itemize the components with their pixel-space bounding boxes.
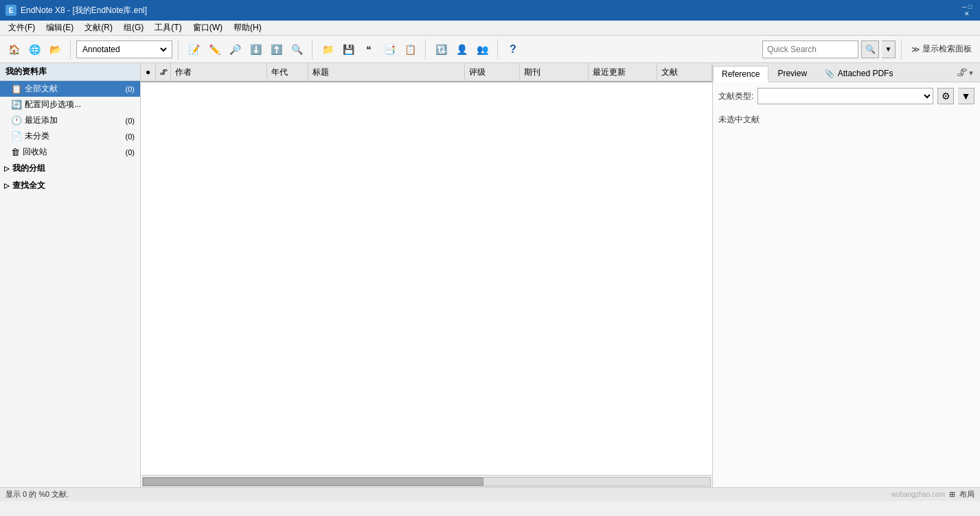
menu-file[interactable]: 文件(F) bbox=[3, 21, 41, 35]
tab-attached-pdfs[interactable]: 📎 Attached PDFs bbox=[816, 65, 902, 82]
col-journal-label: 期刊 bbox=[524, 67, 540, 78]
toolbar-btn-find[interactable]: 🔍 bbox=[287, 40, 306, 59]
search-execute-button[interactable]: 🔍 bbox=[861, 40, 879, 58]
unfiled-icon: 📄 bbox=[11, 131, 22, 141]
toolbar-btn-help[interactable]: ? bbox=[503, 40, 523, 59]
toolbar-btn-download[interactable]: ⬇️ bbox=[246, 40, 265, 59]
quick-search-box bbox=[762, 40, 858, 58]
toolbar-file-group: 📁 💾 ❝ 📑 📋 bbox=[318, 40, 420, 59]
tab-preview[interactable]: Preview bbox=[768, 65, 816, 82]
menu-references[interactable]: 文献(R) bbox=[79, 21, 118, 35]
menu-groups[interactable]: 组(G) bbox=[118, 21, 149, 35]
sidebar-count-trash: (0) bbox=[126, 148, 135, 156]
sidebar-section-mygroups-label: 我的分组 bbox=[12, 163, 45, 174]
col-header-author[interactable]: 作者 bbox=[171, 63, 267, 81]
table-scroll-area bbox=[141, 475, 712, 487]
toolbar-btn-open[interactable]: 📁 bbox=[318, 40, 337, 59]
tab-reference-label: Reference bbox=[722, 69, 760, 79]
table-body bbox=[141, 82, 712, 475]
ref-type-select[interactable] bbox=[757, 88, 933, 104]
toolbar-btn-upload[interactable]: ⬆️ bbox=[266, 40, 286, 59]
col-header-journal[interactable]: 期刊 bbox=[520, 63, 589, 81]
sidebar-count-all: (0) bbox=[126, 85, 135, 93]
toolbar-btn-sync[interactable]: 🔃 bbox=[431, 40, 451, 59]
toolbar-btn-format2[interactable]: 📋 bbox=[400, 40, 420, 59]
toolbar-btn-home[interactable]: 🏠 bbox=[4, 40, 23, 59]
toolbar-btn-format[interactable]: 📑 bbox=[380, 40, 399, 59]
panel-tab-extra: 🖇 ▼ bbox=[951, 64, 980, 82]
col-header-title[interactable]: 标题 bbox=[308, 63, 465, 81]
ref-type-gear-button[interactable]: ⚙ bbox=[937, 88, 954, 104]
toolbar-btn-new-ref[interactable]: 📝 bbox=[184, 40, 203, 59]
col-header-rating[interactable]: 评级 bbox=[465, 63, 520, 81]
sidebar-item-sync[interactable]: 🔄 配置同步选项... bbox=[0, 97, 140, 113]
group-select[interactable]: Annotated bbox=[80, 44, 169, 55]
sidebar-label-all: 全部文献 bbox=[25, 83, 58, 95]
sidebar-count-recent: (0) bbox=[126, 117, 135, 125]
sidebar-item-all[interactable]: 📋 全部文献 (0) bbox=[0, 81, 140, 97]
ref-type-label: 文献类型: bbox=[718, 91, 753, 102]
col-author-label: 作者 bbox=[175, 67, 192, 78]
toolbar-sync-group: 🔃 👤 👥 bbox=[431, 40, 492, 59]
col-header-attach[interactable]: 🖇 bbox=[156, 63, 171, 81]
search-dropdown-button[interactable]: ▼ bbox=[882, 40, 896, 58]
sidebar-label-recent: 最近添加 bbox=[25, 115, 58, 126]
sidebar-item-unfiled[interactable]: 📄 未分类 (0) bbox=[0, 128, 140, 144]
col-header-year[interactable]: 年代 bbox=[267, 63, 308, 81]
tab-reference[interactable]: Reference bbox=[713, 66, 768, 82]
sidebar-section-findtext[interactable]: ▷ 查找全文 bbox=[0, 177, 140, 194]
ref-type-dropdown-button[interactable]: ▼ bbox=[958, 88, 975, 104]
sidebar-section-mygroups[interactable]: ▷ 我的分组 bbox=[0, 160, 140, 177]
toolbar-btn-save[interactable]: 💾 bbox=[339, 40, 358, 59]
menu-help[interactable]: 帮助(H) bbox=[228, 21, 267, 35]
menu-edit[interactable]: 编辑(E) bbox=[41, 21, 79, 35]
table-hscrollbar-thumb[interactable] bbox=[143, 478, 483, 486]
right-panel-content: 文献类型: ⚙ ▼ 未选中文献 bbox=[713, 82, 980, 487]
menu-tools[interactable]: 工具(T) bbox=[149, 21, 187, 35]
toolbar-library-group: 🏠 🌐 📂 bbox=[4, 40, 65, 59]
toolbar-btn-add-user[interactable]: 👤 bbox=[452, 40, 471, 59]
sidebar: 我的资料库 📋 全部文献 (0) 🔄 配置同步选项... 🕐 最近添加 (0) … bbox=[0, 63, 141, 487]
title-bar-controls: ─ □ ✕ bbox=[959, 3, 975, 17]
attached-pdfs-icon: 📎 bbox=[825, 69, 834, 78]
findtext-expand-icon: ▷ bbox=[4, 182, 10, 189]
toolbar-btn-edit-ref[interactable]: ✏️ bbox=[205, 40, 224, 59]
toolbar-btn-web[interactable]: 🌐 bbox=[25, 40, 44, 59]
toolbar-sep-5 bbox=[497, 40, 498, 59]
toolbar-btn-search-online[interactable]: 🔎 bbox=[225, 40, 244, 59]
col-lastupdate-label: 最近更新 bbox=[593, 67, 626, 78]
recent-icon: 🕐 bbox=[11, 115, 22, 126]
ref-type-row: 文献类型: ⚙ ▼ bbox=[718, 88, 975, 104]
layout-icon[interactable]: ⊞ bbox=[949, 490, 955, 499]
toolbar-btn-share[interactable]: 👥 bbox=[472, 40, 492, 59]
main-area: 我的资料库 📋 全部文献 (0) 🔄 配置同步选项... 🕐 最近添加 (0) … bbox=[0, 63, 980, 487]
sidebar-label-sync: 配置同步选项... bbox=[25, 99, 81, 110]
table-area: ● 🖇 作者 年代 标题 评级 期刊 最近更新 bbox=[141, 63, 712, 487]
quick-search-input[interactable] bbox=[767, 45, 850, 54]
menu-window[interactable]: 窗口(W) bbox=[187, 21, 228, 35]
title-bar: E EndNote X8 - [我的EndNote库.enl] ─ □ ✕ bbox=[0, 0, 980, 21]
toolbar-sep-6 bbox=[901, 40, 902, 59]
title-bar-left: E EndNote X8 - [我的EndNote库.enl] bbox=[5, 5, 147, 16]
sidebar-item-trash[interactable]: 🗑 回收站 (0) bbox=[0, 144, 140, 160]
quick-search-area: 🔍 ▼ ≫ 显示检索面板 bbox=[762, 40, 976, 59]
col-rating-label: 评级 bbox=[469, 67, 486, 78]
show-panel-button[interactable]: ≫ 显示检索面板 bbox=[907, 40, 976, 58]
table-hscrollbar[interactable] bbox=[142, 477, 711, 486]
status-text: 显示 0 的 %0 文献. bbox=[5, 489, 69, 500]
group-dropdown[interactable]: Annotated bbox=[76, 40, 172, 58]
toolbar-btn-library[interactable]: 📂 bbox=[45, 40, 65, 59]
status-bar: 显示 0 的 %0 文献. wobangzhao.com ⊞ 布局 bbox=[0, 487, 980, 501]
col-header-dot[interactable]: ● bbox=[141, 63, 156, 81]
watermark-text: wobangzhao.com bbox=[891, 491, 945, 498]
col-header-lastupdate[interactable]: 最近更新 bbox=[589, 63, 657, 81]
tab-preview-label: Preview bbox=[777, 69, 807, 78]
panel-chevron-icon[interactable]: ▼ bbox=[968, 69, 975, 77]
sidebar-item-recent[interactable]: 🕐 最近添加 (0) bbox=[0, 113, 140, 128]
col-header-pubdate[interactable]: 文献 bbox=[657, 63, 712, 81]
status-right: wobangzhao.com ⊞ 布局 bbox=[891, 489, 975, 500]
toolbar-btn-cite[interactable]: ❝ bbox=[359, 40, 378, 59]
trash-icon: 🗑 bbox=[11, 147, 20, 157]
app-restore-button[interactable]: ─ □ ✕ bbox=[959, 3, 975, 17]
panel-tab-extra-icon: 🖇 bbox=[957, 67, 968, 79]
